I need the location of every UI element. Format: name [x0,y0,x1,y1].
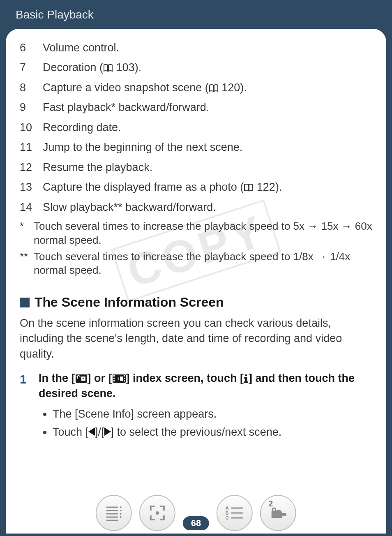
footnote-mark: * [20,219,34,247]
footnote-mark: ** [20,250,34,278]
item-text: Recording date. [43,120,372,135]
item-number: 9 [20,100,43,115]
page-number: 68 [183,516,209,530]
item-text: Fast playback* backward/forward. [43,100,372,115]
list-item: 14 Slow playback** backward/forward. [20,200,372,215]
list-item: 9 Fast playback* backward/forward. [20,100,372,115]
nav-toc-button[interactable] [96,495,132,531]
snapshot-index-icon: ♪ [112,374,126,383]
section-title: The Scene Information Screen [35,295,224,310]
footnote-text: Touch several times to increase the play… [34,250,372,278]
item-text: Volume control. [43,40,372,55]
chapter-title: Basic Playback [16,8,94,21]
item-text: Capture a video snapshot scene ( 120). [43,80,372,95]
step-text: In the [] or [♪] index screen, touch [] … [39,371,372,402]
svg-rect-31 [282,513,286,516]
svg-rect-5 [113,380,115,381]
item-number: 14 [20,200,43,215]
nav-camera-button[interactable]: 2 [260,495,296,531]
item-text: Decoration ( 103). [43,60,372,75]
footnote-text: Touch several times to increase the play… [34,219,372,247]
svg-point-11 [245,374,247,376]
item-number: 8 [20,80,43,95]
svg-rect-14 [244,381,248,383]
svg-point-20 [120,506,122,508]
item-number: 13 [20,180,43,194]
page-ref-icon [244,183,254,192]
bullet-item: The [Scene Info] screen appears. [53,405,372,423]
glossary-icon: ABC [225,505,244,521]
list-item: 11 Jump to the beginning of the next sce… [20,140,372,155]
toc-icon [105,505,123,521]
footnote: * Touch several times to increase the pl… [20,219,372,247]
page-body: COPY 6 Volume control. 7 Decoration ( 10… [6,29,386,534]
nav-badge: 2 [268,499,273,508]
page-ref-icon [103,64,113,72]
svg-rect-10 [120,377,123,381]
svg-rect-13 [244,377,246,379]
item-number: 12 [20,160,43,175]
nav-glossary-button[interactable]: ABC [217,495,253,531]
list-item: 10 Recording date. [20,120,372,135]
step-bullets: The [Scene Info] screen appears. Touch [… [45,405,372,441]
svg-text:B: B [226,511,229,515]
movie-index-icon [75,374,88,383]
triangle-right-icon [104,427,111,436]
item-text: Capture the displayed frame as a photo (… [43,180,372,194]
bullet-item: Touch []/[] to select the previous/next … [53,423,372,441]
svg-text:A: A [226,506,229,511]
step: 1 In the [] or [♪] index screen, touch [… [20,371,372,402]
svg-rect-3 [113,375,115,377]
item-text: Resume the playback. [43,160,372,175]
chapter-header: Basic Playback [0,0,392,29]
svg-text:C: C [226,515,229,520]
svg-point-22 [120,513,122,515]
svg-rect-6 [124,375,125,377]
svg-point-21 [120,510,122,511]
item-text: Jump to the beginning of the next scene. [43,140,372,155]
item-text: Slow playback** backward/forward. [43,200,372,215]
list-item: 7 Decoration ( 103). [20,60,372,75]
bottom-nav: 68 ABC 2 [6,492,386,534]
section-heading: The Scene Information Screen [20,295,372,310]
item-number: 7 [20,60,43,75]
svg-rect-4 [113,378,115,379]
list-item: 12 Resume the playback. [20,160,372,175]
svg-rect-8 [124,380,125,381]
footnote: ** Touch several times to increase the p… [20,250,372,278]
nav-expand-button[interactable] [139,495,175,531]
list-item: 13 Capture the displayed frame as a phot… [20,180,372,194]
section-bullet-icon [20,298,30,307]
expand-icon [148,504,166,522]
list-item: 8 Capture a video snapshot scene ( 120). [20,80,372,95]
page-ref-icon [209,84,219,92]
info-icon [244,374,249,383]
item-number: 10 [20,120,43,135]
item-number: 11 [20,140,43,155]
numbered-list: 6 Volume control. 7 Decoration ( 103). 8… [20,40,372,215]
svg-rect-7 [124,378,125,379]
step-number: 1 [20,371,39,402]
list-item: 6 Volume control. [20,40,372,55]
svg-point-24 [156,511,159,515]
svg-point-32 [272,508,276,511]
svg-point-23 [120,516,122,518]
svg-text:♪: ♪ [117,376,120,381]
footnotes: * Touch several times to increase the pl… [20,219,372,277]
section-intro: On the scene information screen you can … [20,316,372,362]
item-number: 6 [20,40,43,55]
triangle-left-icon [88,427,95,436]
